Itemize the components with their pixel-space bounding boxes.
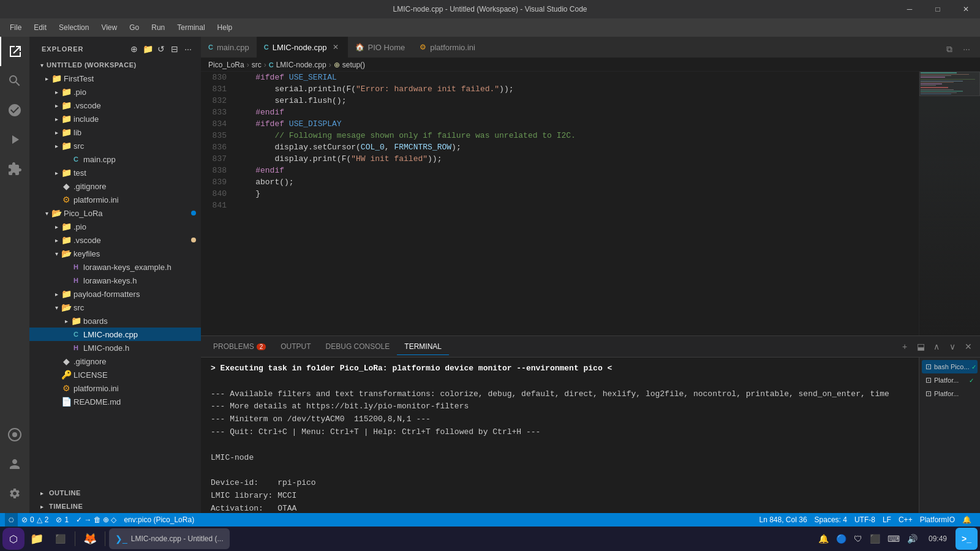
status-actions[interactable]: ✓ → 🗑 ⊕ ◇: [72, 513, 120, 527]
extensions-activity-icon[interactable]: [0, 154, 29, 184]
run-debug-activity-icon[interactable]: [0, 125, 29, 154]
tray-security-icon[interactable]: 🛡: [851, 531, 865, 546]
tray-bluetooth-icon[interactable]: 🔵: [834, 531, 849, 546]
collapse-panel-button[interactable]: ∧: [930, 340, 943, 353]
tab-pio-home[interactable]: 🏠 PIO Home: [348, 37, 413, 58]
tab-maincpp[interactable]: C main.cpp: [201, 37, 257, 58]
pio-folder-first[interactable]: ▸ 📁 .pio: [29, 85, 201, 99]
menu-terminal[interactable]: Terminal: [172, 21, 209, 34]
tray-window-icon[interactable]: ⬛: [867, 531, 883, 546]
vscode-folder-first[interactable]: ▸ 📁 .vscode: [29, 99, 201, 112]
status-spaces[interactable]: Spaces: 4: [811, 513, 851, 527]
pico-lora-folder[interactable]: ▾ 📂 Pico_LoRa: [29, 206, 201, 220]
tab-lmic-close[interactable]: ✕: [331, 42, 341, 52]
maincpp-file[interactable]: C main.cpp: [29, 152, 201, 166]
pio-folder-pico[interactable]: ▸ 📁 .pio: [29, 220, 201, 233]
lorawan-keys-file[interactable]: H lorawan-keys.h: [29, 274, 201, 287]
status-notifications[interactable]: 🔔: [959, 513, 975, 527]
more-tab-actions-button[interactable]: ···: [958, 40, 975, 58]
taskbar-firefox-icon[interactable]: 🦊: [79, 528, 101, 550]
taskbar-vscode-task[interactable]: ❯_ LMIC-node.cpp - Untitled (...: [109, 528, 230, 549]
code-text[interactable]: #ifdef USE_SERIAL serial.println(F("Erro…: [232, 72, 919, 335]
new-file-button[interactable]: ⊕: [129, 43, 140, 54]
output-tab[interactable]: OUTPUT: [273, 339, 318, 354]
readme-file[interactable]: 📄 README.md: [29, 395, 201, 408]
tab-platformio-ini[interactable]: ⚙ platformio.ini: [412, 37, 483, 58]
maximize-button[interactable]: □: [924, 0, 952, 18]
explorer-activity-icon[interactable]: [0, 37, 29, 66]
remote-activity-icon[interactable]: [0, 420, 29, 449]
taskbar-vscode-bottom-icon[interactable]: >_: [956, 528, 978, 550]
status-encoding[interactable]: UTF-8: [851, 513, 879, 527]
minimize-button[interactable]: ─: [895, 0, 924, 18]
menu-help[interactable]: Help: [213, 21, 238, 34]
test-folder[interactable]: ▸ 📁 test: [29, 166, 201, 179]
problems-tab[interactable]: PROBLEMS 2: [206, 339, 273, 354]
firsttest-folder[interactable]: ▸ 📁 FirstTest: [29, 72, 201, 85]
include-folder[interactable]: ▸ 📁 include: [29, 112, 201, 126]
terminal-tab[interactable]: TERMINAL: [397, 339, 449, 355]
keyfiles-folder[interactable]: ▾ 📂 keyfiles: [29, 247, 201, 260]
gitignore-pico-file[interactable]: ◆ .gitignore: [29, 354, 201, 368]
menu-file[interactable]: File: [5, 21, 26, 34]
tray-bell-icon[interactable]: 🔔: [816, 531, 831, 546]
close-panel-button[interactable]: ✕: [962, 340, 975, 353]
split-editor-button[interactable]: ⧉: [941, 40, 958, 58]
timeline-section[interactable]: ▸ TIMELINE: [29, 500, 201, 513]
terminal-entry-bash[interactable]: ⊡ bash Pico... ✓: [922, 360, 978, 373]
more-actions-button[interactable]: ···: [183, 43, 194, 54]
status-env[interactable]: env:pico (Pico_LoRa): [120, 513, 198, 527]
menu-go[interactable]: Go: [124, 21, 144, 34]
boards-folder[interactable]: ▸ 📁 boards: [29, 314, 201, 328]
status-remote[interactable]: ⎔: [5, 513, 18, 527]
menu-view[interactable]: View: [96, 21, 122, 34]
lib-folder[interactable]: ▸ 📁 lib: [29, 126, 201, 139]
collapse-button[interactable]: ⊟: [169, 43, 180, 54]
settings-activity-icon[interactable]: [0, 479, 29, 508]
taskbar-files-icon[interactable]: 📁: [26, 528, 48, 550]
account-activity-icon[interactable]: [0, 449, 29, 479]
payload-formatters-folder[interactable]: ▸ 📁 payload-formatters: [29, 287, 201, 301]
split-terminal-button[interactable]: ⬓: [914, 340, 927, 353]
status-position[interactable]: Ln 848, Col 36: [756, 513, 811, 527]
taskbar-app-icon[interactable]: ⬡: [2, 528, 24, 550]
source-control-activity-icon[interactable]: [0, 96, 29, 125]
tray-kb-icon[interactable]: ⌨: [885, 531, 902, 546]
gitignore-first-file[interactable]: ◆ .gitignore: [29, 179, 201, 193]
tab-lmic-node-cpp[interactable]: C LMIC-node.cpp ✕: [257, 37, 348, 58]
terminal-content[interactable]: > Executing task in folder Pico_LoRa: pl…: [201, 358, 919, 513]
debug-console-tab[interactable]: DEBUG CONSOLE: [318, 339, 398, 354]
terminal-entry-platf2[interactable]: ⊡ Platfor...: [922, 387, 978, 400]
search-activity-icon[interactable]: [0, 66, 29, 96]
status-sync[interactable]: ⊘ 1: [52, 513, 72, 527]
platformio-first-file[interactable]: ⚙ platformio.ini: [29, 193, 201, 206]
terminal-entry-platf1[interactable]: ⊡ Platfor... ✓: [922, 373, 978, 387]
platformio-pico-file[interactable]: ⚙ platformio.ini: [29, 381, 201, 395]
tray-volume-icon[interactable]: 🔊: [905, 531, 920, 546]
src-folder-first[interactable]: ▸ 📁 src: [29, 139, 201, 152]
outline-section[interactable]: ▸ OUTLINE: [29, 486, 201, 500]
workspace-root[interactable]: ▾ UNTITLED (WORKSPACE): [29, 58, 201, 72]
lmic-node-cpp-file[interactable]: C LMIC-node.cpp: [29, 328, 201, 341]
taskbar-terminal-icon[interactable]: ⬛: [49, 528, 71, 550]
new-folder-button[interactable]: 📁: [142, 43, 153, 54]
breadcrumb-file[interactable]: LMIC-node.cpp: [276, 61, 326, 69]
breadcrumb-src[interactable]: src: [252, 61, 262, 69]
breadcrumb-pico-lora[interactable]: Pico_LoRa: [208, 61, 244, 69]
status-language[interactable]: C++: [895, 513, 916, 527]
close-button[interactable]: ✕: [952, 0, 980, 18]
src-folder-pico[interactable]: ▾ 📂 src: [29, 301, 201, 314]
menu-selection[interactable]: Selection: [54, 21, 94, 34]
lorawan-keys-example-file[interactable]: H lorawan-keys_example.h: [29, 260, 201, 274]
status-eol[interactable]: LF: [879, 513, 895, 527]
refresh-button[interactable]: ↺: [156, 43, 167, 54]
vscode-folder-pico[interactable]: ▸ 📁 .vscode: [29, 233, 201, 247]
breadcrumb-function[interactable]: setup(): [342, 61, 365, 69]
menu-run[interactable]: Run: [146, 21, 170, 34]
license-file[interactable]: 🔑 LICENSE: [29, 368, 201, 381]
menu-edit[interactable]: Edit: [29, 21, 51, 34]
status-errors[interactable]: ⊘ 0 △ 2: [18, 513, 52, 527]
status-platformio[interactable]: PlatformIO: [916, 513, 959, 527]
new-terminal-button[interactable]: +: [898, 340, 911, 353]
lmic-node-h-file[interactable]: H LMIC-node.h: [29, 341, 201, 354]
